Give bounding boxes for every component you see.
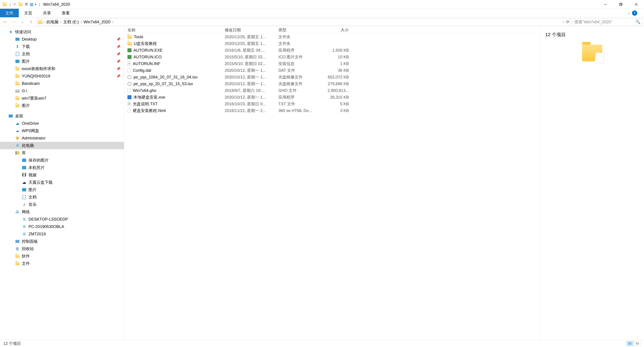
tree-quick-access[interactable]: ★快速访问 (0, 28, 124, 35)
file-row[interactable]: Config.dat 2020/10/12, 星期一 1... DAT 文件 3… (124, 67, 540, 74)
navigation-tree[interactable]: ★快速访问 Desktop📌 ⬇下载📌 文档📌 图片📌 excel表格制作求和📌… (0, 26, 124, 340)
view-details-button[interactable] (626, 341, 633, 346)
library-icon (15, 151, 20, 155)
tree-onedrive[interactable]: ☁OneDrive (0, 120, 124, 127)
breadcrumb-item[interactable]: 此电脑 (46, 19, 59, 25)
folder-icon[interactable] (18, 2, 23, 7)
file-date: 2015/5/10, 星期日 02... (221, 54, 275, 60)
chevron-right-icon[interactable]: › (80, 20, 82, 24)
ribbon-tab-file[interactable]: 文件 (0, 9, 19, 17)
ribbon-tab-share[interactable]: 共享 (38, 9, 56, 17)
qat-check-icon[interactable]: ✓ (13, 2, 16, 7)
tree-downloads[interactable]: ⬇下载📌 (0, 43, 124, 50)
file-rows[interactable]: Tools 2020/12/25, 星期五 1... 文件夹 U盘安装教程 20… (124, 33, 540, 340)
ribbon-tab-view[interactable]: 查看 (56, 9, 75, 17)
tree-yunqishi[interactable]: YUNQISHI2019📌 (0, 72, 124, 80)
chevron-right-icon[interactable]: › (60, 20, 62, 24)
ribbon-tab-home[interactable]: 主页 (19, 9, 38, 17)
title-bar: | ✓ ✕ ▦ ▾ | Win7x64_2020 (0, 0, 644, 9)
file-row[interactable]: 光盘说明.TXT 2016/10/23, 星期日 0... TXT 文件 5 K… (124, 101, 540, 107)
tree-pictures[interactable]: 图片📌 (0, 58, 124, 65)
tree-this-pc[interactable]: 🖥此电脑 (0, 142, 124, 149)
tree-win7reinstall[interactable]: win7重装win7 (0, 94, 124, 102)
tree-desktop-root[interactable]: 桌面 (0, 112, 124, 120)
file-row[interactable]: AUTORUN.EXE 2016/1/8, 星期五 04:... 应用程序 1,… (124, 47, 540, 54)
file-icon (128, 55, 132, 59)
help-button[interactable]: ? (632, 10, 637, 15)
file-icon (128, 62, 131, 66)
file-size: 279,696 KB (322, 81, 352, 86)
refresh-icon[interactable]: ⟳ (566, 20, 569, 24)
tree-tianyi[interactable]: ☁天翼云盘下载 (0, 179, 124, 186)
tree-wps[interactable]: ☁WPS网盘 (0, 127, 124, 134)
column-header-size[interactable]: 大小 (322, 27, 352, 33)
file-size: 5 KB (322, 102, 352, 106)
tree-lib-music[interactable]: ♪音乐 (0, 201, 124, 208)
file-type: 应用程序 (275, 48, 322, 53)
back-button[interactable]: ← (1, 18, 9, 26)
tree-camera-roll[interactable]: 本机照片 (0, 164, 124, 171)
tree-excel-folder[interactable]: excel表格制作求和📌 (0, 65, 124, 72)
ribbon-expand[interactable]: ⌄ ? (628, 9, 644, 17)
qat-dropdown-icon[interactable]: ▾ (35, 2, 36, 6)
close-button[interactable] (628, 0, 644, 9)
tree-libraries[interactable]: 库 (0, 149, 124, 157)
file-row[interactable]: 本地硬盘安装.exe 2020/10/12, 星期一 1... 应用程序 28,… (124, 94, 540, 101)
chevron-right-icon[interactable]: › (43, 20, 45, 24)
pin-icon: 📌 (116, 59, 120, 63)
file-row[interactable]: Win7x64.gho 2019/9/7, 星期六 19:... GHO 文件 … (124, 87, 540, 94)
breadcrumb-bar[interactable]: › 此电脑 › 文档 (E:) › Win7x64_2020 › ⌄ ⟳ (36, 18, 571, 25)
tree-lib-docs[interactable]: 文档 (0, 193, 124, 201)
file-row[interactable]: pe_yqs_xp_20_07_31_15_53.iso 2020/10/12,… (124, 80, 540, 87)
file-icon (128, 88, 131, 92)
tree-lib-pics[interactable]: 图片 (0, 186, 124, 193)
qat-properties-icon[interactable]: ▦ (30, 2, 34, 7)
file-row[interactable]: Tools 2020/12/25, 星期五 1... 文件夹 (124, 33, 540, 40)
tree-admin[interactable]: Administrator (0, 134, 124, 142)
forward-button[interactable]: → (10, 18, 18, 26)
tree-documents[interactable]: 文档📌 (0, 50, 124, 58)
tree-files[interactable]: 文件 (0, 260, 124, 267)
view-icons-button[interactable] (634, 341, 641, 346)
tree-saved-pics[interactable]: 保存的图片 (0, 157, 124, 164)
tree-pictures2[interactable]: 图片 (0, 102, 124, 109)
file-name: 本地硬盘安装.exe (134, 94, 165, 100)
tree-software[interactable]: 软件 (0, 253, 124, 260)
tree-bandicam[interactable]: Bandicam (0, 80, 124, 87)
tree-videos[interactable]: 🎞视频 (0, 171, 124, 179)
search-input[interactable]: 搜索"Win7x64_2020" 🔍 (572, 18, 643, 25)
tree-gdrive[interactable]: G:\ (0, 87, 124, 94)
up-button[interactable]: ↑ (28, 18, 35, 26)
file-row[interactable]: 硬盘安装教程.html 2016/11/21, 星期一 2... 360 se … (124, 107, 540, 114)
tree-network-pc[interactable]: 🖥ZMT2019 (0, 230, 124, 238)
dropdown-icon[interactable]: ⌄ (562, 20, 565, 24)
breadcrumb-item[interactable]: 文档 (E:) (62, 19, 80, 25)
tree-control-panel[interactable]: 控制面板 (0, 238, 124, 245)
tree-network[interactable]: 🖧网络 (0, 208, 124, 216)
file-row[interactable]: pe_yqs_1064_20_07_31_16_04.iso 2020/10/1… (124, 74, 540, 80)
recent-dropdown[interactable]: ⌄ (19, 18, 26, 26)
tree-desktop[interactable]: Desktop📌 (0, 35, 124, 43)
file-size: 2,900,813... (322, 88, 352, 93)
minimize-button[interactable] (598, 0, 613, 9)
maximize-button[interactable] (613, 0, 628, 9)
file-type: DAT 文件 (275, 68, 322, 73)
file-row[interactable]: AUTORUN.ICO 2015/5/10, 星期日 02... ICO 图片文… (124, 54, 540, 60)
column-header-name[interactable]: 名称 (124, 27, 221, 33)
tree-recycle-bin[interactable]: 🗑回收站 (0, 245, 124, 253)
column-headers: 名称 修改日期 类型 大小 (124, 26, 540, 33)
chevron-right-icon[interactable]: › (112, 20, 114, 24)
qat-delete-icon[interactable]: ✕ (24, 1, 28, 7)
search-icon[interactable]: 🔍 (636, 20, 640, 24)
window-controls (598, 0, 644, 9)
file-name: Win7x64.gho (133, 88, 156, 93)
column-header-date[interactable]: 修改日期 (221, 27, 275, 33)
tree-network-pc[interactable]: 🖥DESKTOP-LSSOEDP (0, 216, 124, 223)
folder-icon (15, 66, 20, 71)
column-header-type[interactable]: 类型 (275, 27, 322, 33)
tree-network-pc[interactable]: 🖥PC-20190530OBLA (0, 223, 124, 230)
file-row[interactable]: U盘安装教程 2020/12/25, 星期五 1... 文件夹 (124, 40, 540, 47)
breadcrumb-item[interactable]: Win7x64_2020 (83, 20, 111, 24)
file-row[interactable]: AUTORUN.INF 2015/5/10, 星期日 02... 安装信息 1 … (124, 60, 540, 67)
window-title: Win7x64_2020 (43, 2, 70, 7)
